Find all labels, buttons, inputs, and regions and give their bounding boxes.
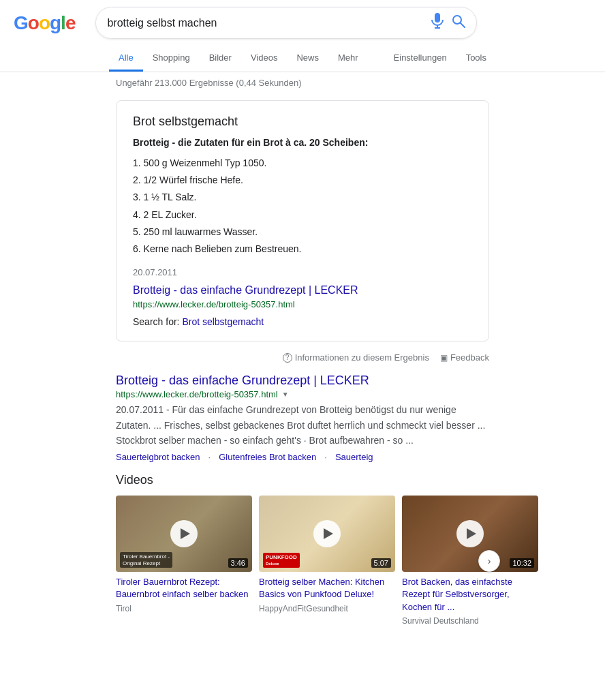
result-snippet: 20.07.2011 - Für das einfache Grundrezep… <box>116 402 489 448</box>
snippet-date: 20.07.2011 <box>133 267 472 277</box>
snippet-subtitle: Brotteig - die Zutaten für ein Brot à ca… <box>133 137 472 148</box>
video-duration-1: 3:46 <box>228 558 248 568</box>
play-icon-2 <box>313 520 341 547</box>
snippet-search-for: Search for: Brot selbstgemacht <box>133 316 472 327</box>
list-item: 3. 1 ½ TL Salz. <box>133 189 472 206</box>
video-title-2: Brotteig selber Machen: Kitchen Basics v… <box>259 576 395 600</box>
list-item: 6. Kerne nach Belieben zum Bestreuen. <box>133 241 472 258</box>
video-title-3: Brot Backen, das einfachste Rezept für S… <box>402 576 538 613</box>
videos-title: Videos <box>116 473 489 487</box>
snippet-ingredient-list: 1. 500 g Weizenmehl Typ 1050. 2. 1/2 Wür… <box>133 155 472 258</box>
header: Google <box>0 0 605 46</box>
video-card-3[interactable]: 10:32 Brot Backen, das einfachste Rezept… <box>402 496 538 626</box>
video-label-1: Tiroler Bauernbrot -Original Rezept <box>120 552 172 568</box>
nav-item-shopping[interactable]: Shopping <box>143 46 200 72</box>
play-icon-3 <box>456 520 484 547</box>
result-bold: Stockbrot selber machen <box>116 435 221 446</box>
list-item: 4. 2 EL Zucker. <box>133 207 472 224</box>
punkfood-logo: PUNKFOODDeluxe <box>263 553 300 568</box>
video-duration-2: 5:07 <box>371 558 391 568</box>
svg-rect-0 <box>435 13 440 22</box>
nav-right: Einstellungen Tools <box>384 46 496 72</box>
video-title-1: Tiroler Bauernbrot Rezept: Bauernbrot ei… <box>116 576 252 600</box>
video-channel-3: Survival Deutschland <box>402 616 538 626</box>
results-count: Ungefähr 213.000 Ergebnisse (0,44 Sekund… <box>0 72 605 93</box>
logo-o2: o <box>39 12 50 34</box>
sub-link-separator-2: · <box>324 452 327 462</box>
mic-icon[interactable] <box>431 13 444 33</box>
videos-next-arrow[interactable]: › <box>478 550 500 572</box>
video-thumbnail-2: PUNKFOODDeluxe 5:07 <box>259 496 395 572</box>
info-icon: ? <box>283 353 292 363</box>
sub-link-1[interactable]: Sauerteigbrot backen <box>116 452 200 462</box>
nav-item-tools[interactable]: Tools <box>456 46 496 72</box>
result-date: 20.07.2011 <box>116 404 164 415</box>
logo-o1: o <box>28 12 39 34</box>
snippet-url: https://www.lecker.de/brotteig-50357.htm… <box>133 299 472 309</box>
sub-link-2[interactable]: Glutenfreies Brot backen <box>219 452 316 462</box>
logo-e: e <box>65 12 76 34</box>
video-thumbnail-1: Tiroler Bauernbrot -Original Rezept 3:46 <box>116 496 252 572</box>
logo-g1: G <box>14 12 28 34</box>
nav-item-news[interactable]: News <box>287 46 328 72</box>
list-item: 2. 1/2 Würfel frische Hefe. <box>133 172 472 189</box>
nav-item-alle[interactable]: Alle <box>109 46 143 72</box>
dropdown-icon[interactable]: ▼ <box>282 391 289 398</box>
svg-line-4 <box>461 23 465 27</box>
logo-l: l <box>61 12 65 34</box>
sub-link-separator-1: · <box>208 452 211 462</box>
logo-g2: g <box>50 12 61 34</box>
nav-item-einstellungen[interactable]: Einstellungen <box>384 46 456 72</box>
video-channel-2: HappyAndFitGesundheit <box>259 604 395 613</box>
list-item: 1. 500 g Weizenmehl Typ 1050. <box>133 155 472 172</box>
search-icon[interactable] <box>452 14 465 31</box>
search-icons <box>431 13 465 33</box>
feedback-icon: ▣ <box>440 353 448 363</box>
snippet-search-for-link[interactable]: Brot selbstgemacht <box>182 316 264 327</box>
video-duration-3: 10:32 <box>510 558 534 568</box>
snippet-info-button[interactable]: ? Informationen zu diesem Ergebnis <box>283 352 429 363</box>
nav-item-mehr[interactable]: Mehr <box>328 46 368 72</box>
videos-grid: Tiroler Bauernbrot -Original Rezept 3:46… <box>116 496 489 626</box>
play-icon-1 <box>170 520 198 547</box>
search-nav: Alle Shopping Bilder Videos News Mehr Ei… <box>0 46 605 72</box>
video-card-1[interactable]: Tiroler Bauernbrot -Original Rezept 3:46… <box>116 496 252 626</box>
nav-item-videos[interactable]: Videos <box>241 46 288 72</box>
result-title[interactable]: Brotteig - das einfache Grundrezept | LE… <box>116 374 489 388</box>
svg-point-3 <box>453 16 461 24</box>
main-result: Brotteig - das einfache Grundrezept | LE… <box>116 374 489 462</box>
featured-snippet: Brot selbstgemacht Brotteig - die Zutate… <box>116 100 489 341</box>
search-input[interactable] <box>107 17 431 29</box>
result-url: https://www.lecker.de/brotteig-50357.htm… <box>116 389 278 399</box>
snippet-footer: ? Informationen zu diesem Ergebnis ▣ Fee… <box>0 348 605 365</box>
result-sub-links: Sauerteigbrot backen · Glutenfreies Brot… <box>116 452 489 462</box>
list-item: 5. 250 ml lauwarmes Wasser. <box>133 224 472 241</box>
sub-link-3[interactable]: Sauerteig <box>335 452 373 462</box>
snippet-link[interactable]: Brotteig - das einfache Grundrezept | LE… <box>133 284 472 296</box>
video-channel-1: Tirol <box>116 604 252 613</box>
videos-section: Videos Tiroler Bauernbrot -Original Reze… <box>116 473 489 626</box>
google-logo: Google <box>14 12 75 34</box>
nav-item-bilder[interactable]: Bilder <box>200 46 241 72</box>
search-bar <box>95 7 477 39</box>
video-thumbnail-3: 10:32 <box>402 496 538 572</box>
video-card-2[interactable]: PUNKFOODDeluxe 5:07 Brotteig selber Mach… <box>259 496 395 626</box>
snippet-title: Brot selbstgemacht <box>133 115 472 129</box>
result-url-row: https://www.lecker.de/brotteig-50357.htm… <box>116 389 489 399</box>
snippet-feedback-button[interactable]: ▣ Feedback <box>440 352 489 363</box>
